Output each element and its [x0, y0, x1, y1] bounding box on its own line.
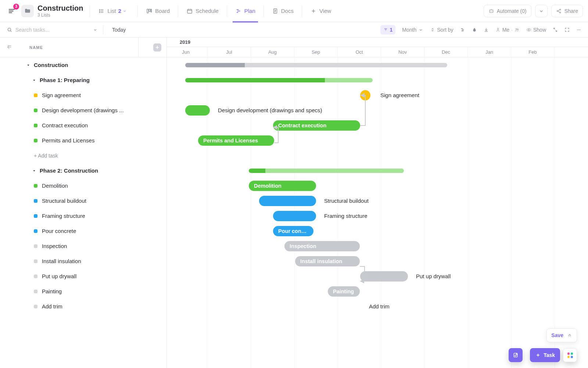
svg-rect-11 — [151, 9, 152, 12]
task-row[interactable]: Framing structure — [0, 208, 166, 223]
download-icon[interactable] — [484, 27, 489, 32]
apps-button[interactable] — [563, 348, 577, 362]
add-task-button[interactable]: + Add task — [0, 148, 166, 163]
task-row[interactable]: Inspection — [0, 238, 166, 254]
task-row[interactable]: Structural buildout — [0, 193, 166, 208]
sortby-button[interactable]: Sort by — [430, 27, 453, 33]
svg-point-30 — [560, 9, 561, 10]
task-row[interactable]: Pour concrete — [0, 223, 166, 238]
status-swatch — [34, 229, 37, 233]
view-tab-schedule[interactable]: Schedule — [185, 0, 220, 22]
row-label: Install insulation — [42, 258, 81, 264]
share-button[interactable]: Share — [551, 5, 583, 17]
row-label: Put up drywall — [42, 273, 76, 279]
name-column-header: NAME — [0, 38, 139, 57]
row-label: Phase 1: Preparing — [40, 77, 90, 83]
svg-rect-9 — [147, 9, 148, 13]
view-tab-board[interactable]: Board — [144, 0, 171, 22]
view-tab-list[interactable]: List2 — [97, 0, 131, 22]
svg-rect-10 — [149, 9, 150, 11]
status-swatch — [34, 184, 37, 188]
phase-row[interactable]: Phase 2: Construction — [0, 163, 166, 178]
show-button[interactable]: Show — [526, 27, 546, 33]
zoom-select[interactable]: Month — [402, 27, 423, 33]
automate-dropdown[interactable] — [535, 5, 548, 17]
month-feb: Feb — [511, 47, 555, 57]
row-label: Framing structure — [42, 213, 85, 219]
save-view-button[interactable]: Save — [546, 328, 577, 342]
row-label: Design development (drawings ... — [42, 107, 124, 113]
svg-rect-39 — [461, 28, 463, 29]
svg-point-46 — [517, 29, 519, 30]
row-label: Painting — [42, 288, 62, 294]
add-column-button[interactable]: + — [153, 43, 161, 52]
svg-line-32 — [558, 10, 560, 11]
svg-point-34 — [8, 28, 11, 31]
fullscreen-icon[interactable] — [564, 27, 570, 32]
month-jul: Jul — [208, 47, 251, 57]
view-tab-plan[interactable]: Plan — [234, 0, 257, 22]
search-icon — [7, 27, 12, 33]
status-swatch — [34, 93, 37, 97]
quick-note-button[interactable] — [509, 348, 523, 362]
filter-chip[interactable]: 1 — [380, 25, 396, 35]
task-row[interactable]: Install insulation — [0, 254, 166, 269]
status-swatch — [34, 275, 37, 278]
month-sep: Sep — [294, 47, 338, 57]
color-icon[interactable] — [472, 27, 477, 32]
timeline-header: 2019 JunJulAugSepOctNovDecJanFeb — [167, 38, 588, 57]
row-label: Phase 2: Construction — [40, 167, 98, 174]
svg-point-6 — [100, 9, 100, 10]
task-row[interactable]: Design development (drawings ... — [0, 103, 166, 118]
status-swatch — [34, 244, 37, 248]
row-label: Structural buildout — [42, 198, 86, 204]
svg-point-26 — [490, 11, 491, 11]
view-tab-view[interactable]: View — [309, 0, 333, 22]
svg-point-44 — [497, 28, 499, 29]
automate-button[interactable]: Automate (0) — [484, 5, 531, 17]
month-nov: Nov — [381, 47, 424, 57]
svg-point-52 — [580, 29, 580, 30]
page-title: Construction 3 Lists — [37, 4, 83, 18]
task-row[interactable]: Painting — [0, 284, 166, 299]
toolbar: Today 1 Month Sort by Me · — [0, 22, 588, 38]
today-button[interactable]: Today — [103, 27, 135, 33]
task-row[interactable]: Demolition — [0, 178, 166, 193]
task-row[interactable]: Permits and Licenses — [0, 133, 166, 148]
task-row[interactable]: Contract execution — [0, 118, 166, 133]
task-sidebar: NAME + ConstructionPhase 1: PreparingSig… — [0, 38, 167, 368]
search-input[interactable] — [15, 27, 93, 33]
collapse-fullwidth-icon[interactable] — [553, 27, 558, 32]
me-filter[interactable]: Me · — [495, 27, 520, 33]
row-label: Inspection — [42, 243, 67, 249]
hamburger-button[interactable]: 3 — [5, 4, 18, 18]
group-row[interactable]: Construction — [0, 57, 166, 72]
new-task-button[interactable]: Task — [530, 348, 560, 362]
month-jan: Jan — [468, 47, 511, 57]
app-header: 3 Construction 3 Lists List2BoardSchedul… — [0, 0, 588, 22]
row-label: Contract execution — [42, 122, 88, 128]
more-icon[interactable] — [576, 27, 581, 32]
task-row[interactable]: Sign agreement — [0, 88, 166, 103]
svg-point-45 — [516, 28, 517, 30]
month-aug: Aug — [251, 47, 294, 57]
folder-icon — [21, 5, 34, 17]
status-swatch — [34, 139, 37, 142]
timeline-style-icon[interactable] — [460, 27, 465, 32]
view-tab-docs[interactable]: Docs — [270, 0, 295, 22]
caret-down-icon — [26, 63, 31, 68]
views-tabs: List2BoardSchedulePlanDocsView — [97, 0, 333, 22]
svg-point-7 — [100, 11, 100, 11]
search-dropdown-icon[interactable] — [93, 27, 98, 32]
task-row[interactable]: Add trim — [0, 299, 166, 314]
caret-down-icon — [32, 168, 37, 173]
search-container — [0, 27, 103, 33]
gantt-chart[interactable]: 2019 JunJulAugSepOctNovDecJanFeb Sign ag… — [167, 38, 588, 368]
phase-row[interactable]: Phase 1: Preparing — [0, 72, 166, 88]
svg-point-51 — [578, 29, 579, 30]
svg-point-27 — [492, 11, 492, 11]
row-label: Permits and Licenses — [42, 137, 94, 144]
svg-line-35 — [10, 31, 11, 32]
task-row[interactable]: Put up drywall — [0, 269, 166, 284]
status-swatch — [34, 259, 37, 263]
